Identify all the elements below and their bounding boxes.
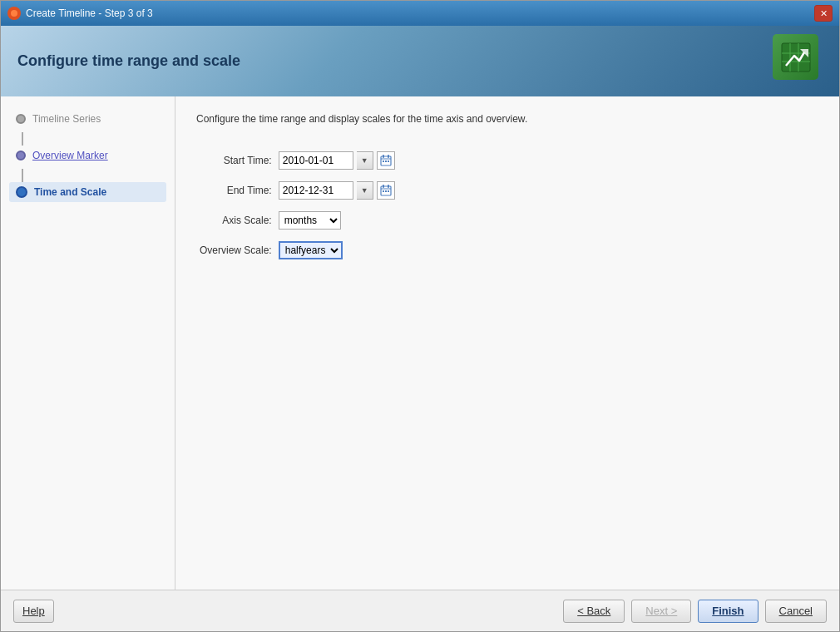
svg-rect-16 [388,185,389,188]
start-time-input[interactable] [279,151,353,170]
start-time-row: Start Time: ▼ [196,150,398,171]
svg-rect-19 [388,190,389,192]
content-area: Configure the time range and display sca… [175,96,839,590]
close-button[interactable]: ✕ [814,5,833,22]
next-button[interactable]: Next > [631,600,691,623]
sidebar-item-timeline-series: Timeline Series [9,109,166,129]
header-title: Configure time range and scale [17,52,240,70]
end-time-input[interactable] [279,181,353,200]
overview-scale-field-cell: days weeks months quarters halfyears yea… [275,239,398,261]
overview-scale-row: Overview Scale: days weeks months quarte… [196,239,398,261]
back-button[interactable]: < Back [563,600,625,623]
titlebar-buttons: ✕ [814,5,833,22]
sidebar-connector-1 [22,132,23,146]
dot-timeline-series [16,114,26,124]
axis-scale-row: Axis Scale: days weeks months quarters h… [196,210,398,231]
finish-button[interactable]: Finish [698,600,758,623]
form-table: Start Time: ▼ [196,141,398,269]
sidebar-label-overview-marker: Overview Marker [32,150,108,161]
sidebar-item-overview-marker[interactable]: Overview Marker [9,146,166,165]
header: Configure time range and scale [1,26,839,96]
dot-time-and-scale [16,186,27,198]
help-button[interactable]: Help [13,600,54,623]
sidebar-connector-2 [22,169,23,182]
window: Create Timeline - Step 3 of 3 ✕ Configur… [0,0,840,632]
axis-scale-label: Axis Scale: [196,210,275,231]
svg-rect-9 [388,155,389,158]
start-time-label: Start Time: [196,150,275,171]
footer: Help < Back Next > Finish Cancel [1,590,839,631]
svg-rect-10 [383,160,384,162]
sidebar: Timeline Series Overview Marker Time and… [1,96,175,590]
content-description: Configure the time range and display sca… [196,113,818,125]
axis-scale-field-cell: days weeks months quarters halfyears yea… [275,210,398,231]
start-time-calendar-btn[interactable] [377,151,395,170]
app-icon [7,7,21,20]
svg-rect-12 [388,160,389,162]
cancel-button[interactable]: Cancel [765,600,827,623]
end-time-input-group: ▼ [279,181,395,200]
footer-right: < Back Next > Finish Cancel [563,600,827,623]
start-time-dropdown-btn[interactable]: ▼ [357,151,373,170]
main-area: Timeline Series Overview Marker Time and… [1,96,839,590]
end-time-calendar-btn[interactable] [377,181,395,200]
dot-overview-marker [16,151,26,160]
start-time-input-group: ▼ [279,151,395,170]
end-time-row: End Time: ▼ [196,180,398,201]
end-time-label: End Time: [196,180,275,201]
start-time-field-cell: ▼ [275,150,398,171]
svg-rect-8 [383,155,384,158]
svg-rect-11 [385,160,387,162]
window-title: Create Timeline - Step 3 of 3 [26,7,153,19]
axis-scale-select[interactable]: days weeks months quarters halfyears yea… [279,211,341,230]
sidebar-item-time-and-scale: Time and Scale [9,182,166,202]
svg-rect-18 [385,190,387,192]
svg-rect-17 [383,190,384,192]
titlebar-left: Create Timeline - Step 3 of 3 [7,7,153,20]
header-icon [773,34,827,88]
overview-scale-select[interactable]: days weeks months quarters halfyears yea… [279,241,343,259]
svg-rect-15 [383,185,384,188]
end-time-field-cell: ▼ [275,180,398,201]
sidebar-label-time-and-scale: Time and Scale [34,186,106,198]
titlebar: Create Timeline - Step 3 of 3 ✕ [1,1,839,26]
footer-left: Help [13,600,54,623]
sidebar-label-timeline-series: Timeline Series [32,113,101,125]
end-time-dropdown-btn[interactable]: ▼ [357,181,373,200]
overview-scale-label: Overview Scale: [196,239,275,261]
